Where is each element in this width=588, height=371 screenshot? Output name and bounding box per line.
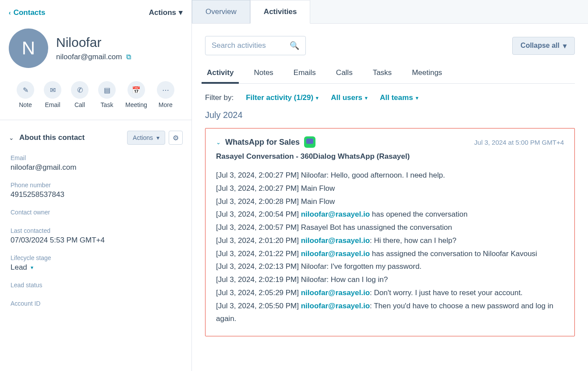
action-buttons: ✎ Note ✉ Email ✆ Call ▤ Task 📅 Meeting ⋯… — [0, 71, 191, 118]
lifecycle-value: Lead — [11, 263, 27, 272]
card-body: [Jul 3, 2024, 2:00:27 PM] Niloofar: Hell… — [216, 169, 564, 325]
email-button[interactable]: ✉ Email — [44, 81, 61, 108]
settings-button[interactable]: ⚙ — [169, 131, 183, 145]
caret-down-icon: ▾ — [31, 264, 33, 271]
user-link[interactable]: niloofar@rasayel.io — [301, 289, 370, 297]
subtab-emails[interactable]: Emails — [292, 64, 318, 83]
caret-down-icon: ▾ — [156, 134, 159, 141]
card-subtitle: Rasayel Conversation - 360Dialog WhatsAp… — [216, 152, 564, 161]
email-field-value[interactable]: niloofar@gmail.com — [11, 163, 181, 172]
note-label: Note — [19, 101, 32, 108]
about-toggle[interactable]: ⌄ About this contact — [9, 133, 85, 142]
meeting-button[interactable]: 📅 Meeting — [125, 81, 147, 108]
phone-field-value[interactable]: 4915258537843 — [11, 190, 181, 199]
task-button[interactable]: ▤ Task — [98, 81, 116, 108]
gear-icon: ⚙ — [173, 134, 179, 142]
user-link[interactable]: niloofar@rasayel.io — [301, 302, 370, 310]
card-date: Jul 3, 2024 at 5:00 PM GMT+4 — [474, 139, 564, 146]
filter-users-label: All users — [331, 93, 362, 102]
message-line: [Jul 3, 2024, 2:02:13 PM] Niloofar: I've… — [216, 260, 564, 273]
email-label: Email — [45, 101, 60, 108]
subtab-tasks[interactable]: Tasks — [371, 64, 393, 83]
email-icon: ✉ — [50, 86, 56, 94]
about-actions-label: Actions — [133, 134, 153, 141]
actions-label: Actions — [149, 8, 176, 17]
collapse-label: Collapse all — [521, 42, 560, 50]
message-line: [Jul 3, 2024, 2:00:27 PM] Niloofar: Hell… — [216, 169, 564, 182]
meeting-icon: 📅 — [132, 86, 141, 94]
actions-dropdown[interactable]: Actions ▾ — [149, 8, 183, 17]
chevron-left-icon: ‹ — [9, 9, 11, 16]
note-icon: ✎ — [23, 86, 28, 94]
message-line: [Jul 3, 2024, 2:05:29 PM] niloofar@rasay… — [216, 286, 564, 300]
filter-users-dropdown[interactable]: All users ▾ — [331, 93, 368, 102]
copy-icon[interactable]: ⧉ — [126, 53, 131, 61]
tab-overview[interactable]: Overview — [192, 0, 250, 23]
message-line: [Jul 3, 2024, 2:02:19 PM] Niloofar: How … — [216, 273, 564, 286]
last-contacted-value: 07/03/2024 5:53 PM GMT+4 — [11, 236, 181, 245]
call-icon: ✆ — [77, 86, 83, 94]
subtab-calls[interactable]: Calls — [334, 64, 354, 83]
contact-email: niloofar@gmail.com — [56, 53, 122, 61]
filter-activity-dropdown[interactable]: Filter activity (1/29) ▾ — [246, 93, 319, 102]
back-contacts-link[interactable]: ‹ Contacts — [9, 8, 45, 17]
message-line: [Jul 3, 2024, 2:00:28 PM] Main Flow — [216, 195, 564, 208]
caret-down-icon: ▾ — [416, 95, 418, 101]
search-input[interactable] — [212, 41, 285, 50]
message-line: [Jul 3, 2024, 2:01:22 PM] niloofar@rasay… — [216, 247, 564, 260]
filter-activity-label: Filter activity (1/29) — [246, 93, 313, 102]
avatar: N — [9, 29, 48, 68]
owner-field-label: Contact owner — [11, 209, 181, 216]
user-link[interactable]: niloofar@rasayel.io — [301, 250, 370, 258]
card-title: WhatsApp for Sales — [225, 138, 300, 147]
message-line: [Jul 3, 2024, 2:00:57 PM] Rasayel Bot ha… — [216, 221, 564, 234]
tab-activities[interactable]: Activities — [250, 0, 311, 24]
search-activities-box[interactable]: 🔍 — [205, 36, 306, 55]
message-line: [Jul 3, 2024, 2:05:50 PM] niloofar@rasay… — [216, 300, 564, 326]
meeting-label: Meeting — [125, 101, 147, 108]
call-label: Call — [74, 101, 85, 108]
lifecycle-label: Lifecycle stage — [11, 254, 181, 261]
email-field-label: Email — [11, 154, 181, 161]
collapse-all-button[interactable]: Collapse all ▾ — [512, 37, 575, 55]
more-label: More — [159, 101, 173, 108]
chevron-down-icon: ⌄ — [9, 134, 14, 141]
chevron-down-icon[interactable]: ⌄ — [216, 139, 221, 146]
about-actions-button[interactable]: Actions ▾ — [127, 131, 165, 145]
about-title: About this contact — [19, 133, 85, 142]
lead-status-label: Lead status — [11, 282, 181, 289]
main: Overview Activities 🔍 Collapse all ▾ Act… — [192, 0, 588, 371]
message-line: [Jul 3, 2024, 2:00:54 PM] niloofar@rasay… — [216, 208, 564, 221]
contact-name: Niloofar — [56, 35, 131, 50]
month-header: July 2024 — [205, 110, 575, 120]
message-line: [Jul 3, 2024, 2:00:27 PM] Main Flow — [216, 182, 564, 195]
more-icon: ⋯ — [162, 86, 169, 94]
phone-field-label: Phone number — [11, 182, 181, 189]
caret-down-icon: ▾ — [179, 8, 183, 17]
subtab-notes[interactable]: Notes — [252, 64, 275, 83]
task-icon: ▤ — [104, 86, 110, 94]
last-contacted-label: Last contacted — [11, 227, 181, 234]
task-label: Task — [101, 101, 113, 108]
filter-teams-dropdown[interactable]: All teams ▾ — [380, 93, 418, 102]
filter-by-label: Filter by: — [205, 93, 234, 102]
more-button[interactable]: ⋯ More — [157, 81, 174, 108]
whatsapp-icon — [304, 136, 315, 148]
call-button[interactable]: ✆ Call — [71, 81, 89, 108]
message-line: [Jul 3, 2024, 2:01:20 PM] niloofar@rasay… — [216, 234, 564, 247]
filter-teams-label: All teams — [380, 93, 413, 102]
account-id-label: Account ID — [11, 300, 181, 307]
subtab-meetings[interactable]: Meetings — [410, 64, 444, 83]
activity-card: ⌄ WhatsApp for Sales Jul 3, 2024 at 5:00… — [205, 128, 575, 336]
user-link[interactable]: niloofar@rasayel.io — [301, 236, 370, 245]
caret-down-icon: ▾ — [365, 95, 368, 101]
sidebar: ‹ Contacts Actions ▾ N Niloofar niloofar… — [0, 0, 192, 371]
back-label: Contacts — [14, 8, 46, 17]
caret-down-icon: ▾ — [563, 42, 567, 50]
subtab-activity[interactable]: Activity — [205, 64, 235, 83]
note-button[interactable]: ✎ Note — [17, 81, 34, 108]
search-icon[interactable]: 🔍 — [290, 41, 299, 50]
user-link[interactable]: niloofar@rasayel.io — [301, 210, 370, 218]
caret-down-icon: ▾ — [316, 95, 319, 101]
lifecycle-select[interactable]: Lead ▾ — [11, 263, 181, 272]
